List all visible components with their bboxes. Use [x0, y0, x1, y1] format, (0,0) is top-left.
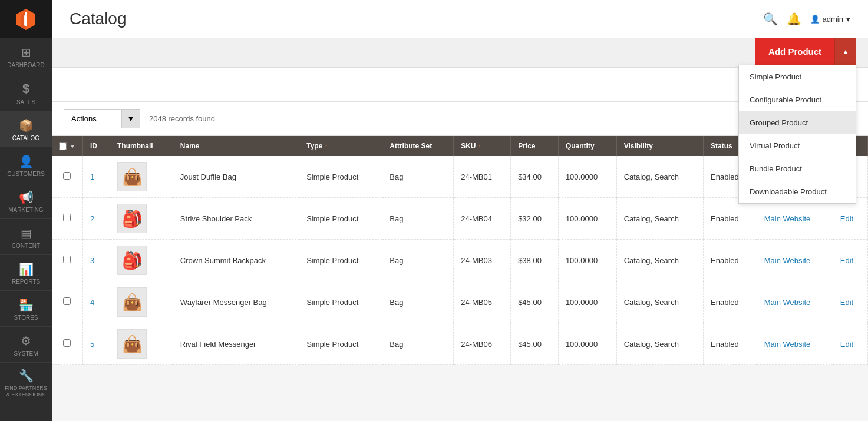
sidebar-item-customers[interactable]: 👤 CUSTOMERS [0, 147, 52, 183]
row-website: Main Website [757, 240, 833, 281]
row-type: Simple Product [299, 281, 382, 323]
th-type[interactable]: Type ↑ [299, 136, 382, 156]
reports-icon: 📊 [19, 262, 34, 276]
admin-label: admin [823, 15, 843, 24]
sidebar-item-label: CONTENT [12, 243, 40, 250]
table-row: 4 👜 Wayfarer Messenger Bag Simple Produc… [52, 281, 868, 323]
row-checkbox-cell [52, 156, 82, 198]
select-all-checkbox[interactable] [59, 142, 67, 150]
row-price: $32.00 [511, 198, 559, 240]
edit-link[interactable]: Edit [840, 214, 853, 223]
sidebar-item-partners[interactable]: 🔧 FIND PARTNERS & EXTENSIONS [0, 363, 52, 403]
top-action-bar: Add Product ▲ Simple Product Configurabl… [52, 38, 868, 68]
sidebar-item-label: SYSTEM [14, 350, 38, 357]
edit-link[interactable]: Edit [840, 256, 853, 265]
row-attribute-set: Bag [382, 240, 454, 281]
row-type: Simple Product [299, 323, 382, 365]
th-sku[interactable]: SKU ↑ [454, 136, 511, 156]
sidebar-item-sales[interactable]: $ SALES [0, 74, 52, 111]
sidebar-item-marketing[interactable]: 📢 MARKETING [0, 183, 52, 219]
row-checkbox[interactable] [63, 339, 71, 347]
sidebar-item-content[interactable]: ▤ CONTENT [0, 219, 52, 255]
th-visibility: Visibility [616, 136, 703, 156]
sidebar-item-reports[interactable]: 📊 REPORTS [0, 255, 52, 291]
th-name: Name [173, 136, 299, 156]
product-thumbnail: 👜 [117, 329, 147, 359]
table-row: 2 🎒 Strive Shoulder Pack Simple Product … [52, 198, 868, 240]
add-product-simple[interactable]: Simple Product [739, 65, 856, 88]
top-header: Catalog 🔍 🔔 👤 admin ▾ [52, 0, 868, 38]
row-attribute-set: Bag [382, 323, 454, 365]
add-product-downloadable[interactable]: Downloadable Product [739, 180, 856, 203]
edit-link[interactable]: Edit [840, 340, 853, 349]
row-status: Enabled [704, 198, 757, 240]
row-quantity: 100.0000 [558, 323, 616, 365]
row-quantity: 100.0000 [558, 281, 616, 323]
row-edit: Edit [833, 323, 867, 365]
edit-link[interactable]: Edit [840, 298, 853, 307]
notifications-icon[interactable]: 🔔 [787, 12, 801, 26]
sidebar-item-label: CATALOG [12, 135, 39, 142]
row-checkbox[interactable] [63, 256, 71, 263]
admin-user-menu[interactable]: 👤 admin ▾ [810, 15, 850, 24]
sidebar-logo [0, 0, 52, 38]
actions-select[interactable]: Actions [64, 109, 140, 128]
actions-select-wrapper: Actions ▼ [64, 109, 140, 128]
row-price: $38.00 [511, 240, 559, 281]
row-status: Enabled [704, 240, 757, 281]
select-all-dropdown-icon[interactable]: ▼ [70, 143, 75, 150]
row-checkbox[interactable] [63, 214, 71, 221]
th-attribute-set: Attribute Set [382, 136, 454, 156]
add-product-button[interactable]: Add Product [755, 38, 834, 65]
row-edit: Edit [833, 198, 867, 240]
add-product-configurable[interactable]: Configurable Product [739, 88, 856, 111]
row-attribute-set: Bag [382, 156, 454, 198]
row-price: $45.00 [511, 281, 559, 323]
product-thumbnail: 👜 [117, 162, 147, 191]
row-quantity: 100.0000 [558, 198, 616, 240]
row-id: 3 [82, 240, 110, 281]
sidebar-item-system[interactable]: ⚙ SYSTEM [0, 327, 52, 363]
page-title: Catalog [70, 9, 127, 28]
sidebar-item-stores[interactable]: 🏪 STORES [0, 291, 52, 327]
sidebar-item-label: REPORTS [12, 279, 40, 286]
website-link[interactable]: Main Website [764, 214, 811, 223]
add-product-toggle-button[interactable]: ▲ [834, 38, 856, 65]
row-website: Main Website [757, 198, 833, 240]
add-product-bundle[interactable]: Bundle Product [739, 157, 856, 180]
records-count: 2048 records found [149, 114, 215, 123]
row-name: Joust Duffle Bag [173, 156, 299, 198]
add-product-grouped[interactable]: Grouped Product [739, 111, 856, 134]
content-area: Add Product ▲ Simple Product Configurabl… [52, 38, 868, 421]
row-sku: 24-MB06 [454, 323, 511, 365]
row-name: Strive Shoulder Pack [173, 198, 299, 240]
sidebar: ⊞ DASHBOARD $ SALES 📦 CATALOG 👤 CUSTOMER… [0, 0, 52, 421]
row-sku: 24-MB05 [454, 281, 511, 323]
header-right: 🔍 🔔 👤 admin ▾ [763, 12, 850, 26]
website-link[interactable]: Main Website [764, 340, 811, 349]
sidebar-item-catalog[interactable]: 📦 CATALOG [0, 111, 52, 147]
admin-dropdown-icon: ▾ [846, 15, 850, 24]
customers-icon: 👤 [19, 154, 34, 168]
product-thumbnail: 👜 [117, 287, 147, 317]
row-sku: 24-MB04 [454, 198, 511, 240]
search-icon[interactable]: 🔍 [763, 12, 778, 26]
website-link[interactable]: Main Website [764, 298, 811, 307]
add-product-virtual[interactable]: Virtual Product [739, 134, 856, 157]
row-thumbnail: 👜 [110, 281, 173, 323]
row-attribute-set: Bag [382, 198, 454, 240]
th-select: ▼ [52, 136, 82, 156]
row-status: Enabled [704, 323, 757, 365]
magento-logo-icon [14, 8, 38, 31]
row-type: Simple Product [299, 240, 382, 281]
website-link[interactable]: Main Website [764, 256, 811, 265]
row-thumbnail: 🎒 [110, 198, 173, 240]
row-type: Simple Product [299, 156, 382, 198]
th-quantity: Quantity [558, 136, 616, 156]
svg-rect-3 [25, 12, 27, 26]
table-row: 5 👜 Rival Field Messenger Simple Product… [52, 323, 868, 365]
product-thumbnail: 🎒 [117, 204, 147, 233]
sidebar-item-dashboard[interactable]: ⊞ DASHBOARD [0, 38, 52, 74]
row-checkbox[interactable] [63, 297, 71, 305]
row-checkbox[interactable] [63, 172, 71, 180]
